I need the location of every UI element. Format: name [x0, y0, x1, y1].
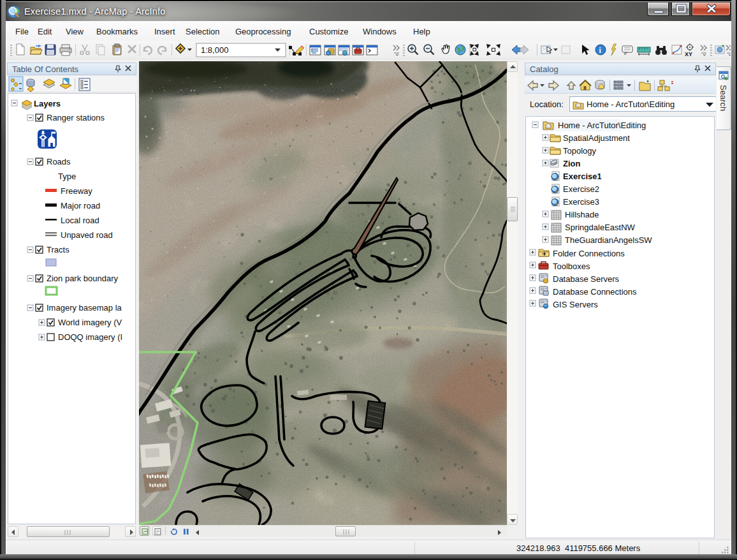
svg-text:Local road: Local road — [61, 216, 99, 225]
svg-text:TheGuardianAngelsSW: TheGuardianAngelsSW — [565, 235, 652, 245]
svg-text:Exercise1: Exercise1 — [563, 172, 602, 181]
svg-text:Exercise2: Exercise2 — [563, 184, 599, 194]
svg-text:Freeway: Freeway — [61, 186, 92, 196]
svg-text:Layers: Layers — [34, 99, 61, 108]
svg-text:Imagery basemap la: Imagery basemap la — [47, 303, 122, 313]
svg-text:Tracts: Tracts — [47, 245, 69, 254]
svg-text:Database Servers: Database Servers — [553, 274, 620, 284]
svg-text:Zion park boundary: Zion park boundary — [47, 274, 119, 283]
svg-text:DOQQ imagery (I: DOQQ imagery (I — [58, 332, 122, 342]
svg-text:Folder Connections: Folder Connections — [553, 249, 625, 258]
svg-text:SpringdaleEastNW: SpringdaleEastNW — [565, 223, 636, 232]
svg-text:Topology: Topology — [563, 146, 597, 156]
svg-text:Type: Type — [58, 172, 76, 181]
svg-text:Major road: Major road — [61, 201, 100, 210]
svg-text:1:8,000: 1:8,000 — [201, 45, 228, 55]
svg-text:Unpaved road: Unpaved road — [61, 230, 113, 240]
svg-text:GIS Servers: GIS Servers — [553, 300, 598, 309]
svg-text:Roads: Roads — [47, 157, 71, 166]
svg-text:Exercise3: Exercise3 — [563, 197, 599, 207]
svg-text:World imagery (V: World imagery (V — [58, 318, 122, 327]
svg-text:Hillshade: Hillshade — [565, 210, 599, 219]
svg-text:Toolboxes: Toolboxes — [553, 262, 590, 271]
svg-text:Zion: Zion — [563, 159, 580, 168]
svg-text:XY: XY — [685, 51, 692, 57]
svg-text:Database Connections: Database Connections — [553, 287, 637, 297]
svg-text:Home - ArcTutor\Editing: Home - ArcTutor\Editing — [558, 121, 646, 130]
svg-text:SpatialAdjustment: SpatialAdjustment — [563, 133, 630, 143]
svg-text:Ranger stations: Ranger stations — [47, 113, 105, 122]
